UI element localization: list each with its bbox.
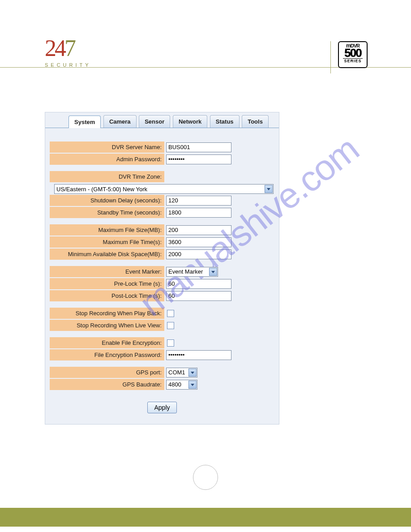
input-standby-time[interactable] bbox=[166, 208, 231, 218]
label-enable-encryption: Enable File Encryption: bbox=[50, 337, 164, 348]
tab-status[interactable]: Status bbox=[210, 115, 240, 128]
label-encryption-password: File Encryption Password: bbox=[50, 349, 164, 360]
input-pre-lock[interactable] bbox=[166, 279, 231, 289]
tab-system[interactable]: System bbox=[68, 116, 101, 128]
label-stop-playback: Stop Recording When Play Back: bbox=[50, 308, 164, 319]
label-pre-lock: Pre-Lock Time (s): bbox=[50, 278, 164, 289]
select-event-marker[interactable]: Event Marker bbox=[166, 267, 218, 277]
form-area: DVR Server Name: Admin Password: DVR Tim… bbox=[45, 128, 279, 413]
tab-network[interactable]: Network bbox=[173, 115, 207, 128]
label-max-file-size: Maximum File Size(MB): bbox=[50, 224, 164, 236]
label-post-lock: Post-Lock Time (s): bbox=[50, 290, 164, 301]
tab-tools[interactable]: Tools bbox=[242, 115, 269, 128]
apply-button[interactable]: Apply bbox=[147, 402, 176, 413]
input-admin-password[interactable] bbox=[166, 154, 231, 164]
label-dvr-server-name: DVR Server Name: bbox=[50, 142, 164, 153]
input-min-disk-space[interactable] bbox=[166, 249, 231, 259]
checkbox-stop-playback[interactable] bbox=[167, 310, 174, 317]
brand-logo-247: 247 SECURITY bbox=[45, 37, 91, 68]
mdvr-badge: mDVR 500 SERIES bbox=[338, 41, 368, 68]
brand-logo-mdvr: mDVR 500 SERIES bbox=[330, 41, 371, 73]
input-shutdown-delay[interactable] bbox=[166, 196, 231, 206]
label-shutdown-delay: Shutdown Delay (seconds): bbox=[50, 195, 164, 206]
checkbox-stop-liveview[interactable] bbox=[167, 322, 174, 329]
brand-subtitle: SECURITY bbox=[45, 63, 91, 68]
brand-7: 7 bbox=[64, 35, 76, 61]
tab-sensor[interactable]: Sensor bbox=[139, 115, 170, 128]
input-encryption-password[interactable] bbox=[166, 350, 231, 360]
input-max-file-time[interactable] bbox=[166, 237, 231, 247]
label-admin-password: Admin Password: bbox=[50, 154, 164, 165]
label-gps-baud: GPS Baudrate: bbox=[50, 379, 164, 390]
input-max-file-size[interactable] bbox=[166, 225, 231, 235]
select-gps-baud[interactable]: 4800 bbox=[166, 380, 197, 390]
label-event-marker: Event Marker: bbox=[50, 266, 164, 277]
label-max-file-time: Maximum File Time(s): bbox=[50, 236, 164, 248]
label-min-disk-space: Minimum Available Disk Space(MB): bbox=[50, 249, 164, 260]
label-gps-port: GPS port: bbox=[50, 367, 164, 378]
tab-camera[interactable]: Camera bbox=[103, 115, 137, 128]
input-dvr-server-name[interactable] bbox=[166, 142, 231, 152]
label-stop-liveview: Stop Recording When Live View: bbox=[50, 320, 164, 331]
tabstrip: System Camera Sensor Network Status Tool… bbox=[45, 112, 279, 128]
input-post-lock[interactable] bbox=[166, 291, 231, 301]
page-number-circle bbox=[193, 465, 218, 490]
brand-24: 24 bbox=[45, 35, 64, 61]
select-time-zone[interactable]: US/Eastern - (GMT-5:00) New York bbox=[54, 184, 274, 194]
label-standby-time: Standby Time (seconds): bbox=[50, 207, 164, 218]
page-header: 247 SECURITY mDVR 500 SERIES bbox=[0, 0, 411, 81]
footer-bar bbox=[0, 508, 411, 527]
settings-panel: System Camera Sensor Network Status Tool… bbox=[45, 112, 279, 425]
label-dvr-time-zone: DVR Time Zone: bbox=[50, 171, 164, 182]
checkbox-enable-encryption[interactable] bbox=[167, 339, 174, 347]
select-gps-port[interactable]: COM1 bbox=[166, 368, 197, 378]
